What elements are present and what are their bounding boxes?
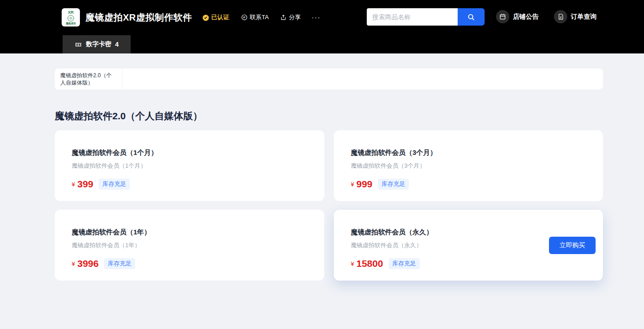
- product-subtitle: 魔镜虚拍软件会员（1年）: [72, 241, 307, 249]
- stock-badge: 库存充足: [389, 258, 420, 269]
- product-card[interactable]: 魔镜虚拍软件会员（3个月） 魔镜虚拍软件会员（3个月） ¥ 999 库存充足: [334, 130, 603, 201]
- product-card[interactable]: 魔镜虚拍软件会员（永久） 魔镜虚拍软件会员（永久） ¥ 15800 库存充足 立…: [334, 210, 603, 281]
- calendar-icon: [499, 13, 506, 20]
- product-card[interactable]: 魔镜虚拍软件会员（1年） 魔镜虚拍软件会员（1年） ¥ 3996 库存充足: [55, 210, 324, 281]
- product-subtitle: 魔镜虚拍软件会员（3个月）: [351, 162, 586, 170]
- category-bar: 魔镜虚拍软件2.0（个人自媒体版）: [55, 69, 603, 90]
- stock-badge: 库存充足: [104, 258, 135, 269]
- verified-badge: 已认证: [202, 13, 229, 21]
- price-row: ¥ 399 库存充足: [72, 179, 307, 190]
- tab-digital-cards-count: 4: [115, 41, 119, 48]
- verified-label: 已认证: [211, 13, 229, 21]
- search-bar: [367, 8, 485, 26]
- price-row: ¥ 999 库存充足: [351, 179, 586, 190]
- currency-symbol: ¥: [72, 181, 75, 188]
- order-query-button[interactable]: 订单查询: [554, 10, 596, 23]
- contact-link[interactable]: 联系TA: [241, 13, 269, 21]
- ticket-icon: [74, 41, 82, 48]
- verified-seal-icon: [202, 14, 209, 21]
- store-header: XR ◎ 魔镜虚拍 魔镜虚拍XR虚拟制作软件 已认证 联系TA 分享 ···: [0, 0, 644, 53]
- price-row: ¥ 3996 库存充足: [72, 258, 307, 269]
- tab-digital-cards-label: 数字卡密: [86, 40, 111, 48]
- main-container: 魔镜虚拍软件2.0（个人自媒体版） 魔镜虚拍软件2.0（个人自媒体版） 魔镜虚拍…: [55, 69, 603, 281]
- store-logo-emblem-icon: ◎: [68, 15, 74, 21]
- share-link[interactable]: 分享: [280, 13, 301, 21]
- product-price: 999: [356, 179, 372, 190]
- product-title: 魔镜虚拍软件会员（1个月）: [72, 149, 307, 157]
- search-input[interactable]: [367, 8, 458, 26]
- page-title: 魔镜虚拍软件2.0（个人自媒体版）: [55, 110, 603, 122]
- product-title: 魔镜虚拍软件会员（永久）: [351, 228, 586, 237]
- price-row: ¥ 15800 库存充足: [351, 258, 586, 269]
- announcement-circle: [496, 10, 509, 23]
- currency-symbol: ¥: [351, 260, 354, 267]
- product-grid: 魔镜虚拍软件会员（1个月） 魔镜虚拍软件会员（1个月） ¥ 399 库存充足 魔…: [55, 130, 603, 281]
- currency-symbol: ¥: [72, 260, 75, 267]
- search-icon: [467, 13, 475, 21]
- product-title: 魔镜虚拍软件会员（1年）: [72, 228, 307, 237]
- product-price: 15800: [356, 258, 383, 269]
- product-card[interactable]: 魔镜虚拍软件会员（1个月） 魔镜虚拍软件会员（1个月） ¥ 399 库存充足: [55, 130, 324, 201]
- document-icon: [558, 13, 564, 20]
- buy-now-button[interactable]: 立即购买: [549, 237, 596, 254]
- store-logo-text: XR: [68, 11, 74, 15]
- store-announcement-button[interactable]: 店铺公告: [496, 10, 538, 23]
- store-logo: XR ◎ 魔镜虚拍: [62, 8, 80, 27]
- header-actions: 店铺公告 订单查询: [496, 10, 596, 23]
- share-icon: [280, 14, 286, 21]
- product-title: 魔镜虚拍软件会员（3个月）: [351, 149, 586, 157]
- search-button[interactable]: [458, 8, 485, 26]
- tab-digital-cards[interactable]: 数字卡密 4: [63, 35, 131, 53]
- store-title: 魔镜虚拍XR虚拟制作软件: [85, 11, 192, 24]
- announcement-label: 店铺公告: [513, 13, 538, 21]
- category-tab-selected[interactable]: 魔镜虚拍软件2.0（个人自媒体版）: [55, 69, 122, 90]
- product-subtitle: 魔镜虚拍软件会员（1个月）: [72, 162, 307, 170]
- product-price: 3996: [77, 258, 99, 269]
- order-query-label: 订单查询: [571, 13, 596, 21]
- share-label: 分享: [289, 13, 301, 21]
- order-query-circle: [554, 10, 567, 23]
- stock-badge: 库存充足: [378, 179, 409, 190]
- store-logo-subtext: 魔镜虚拍: [66, 22, 76, 24]
- currency-symbol: ¥: [351, 181, 354, 188]
- contact-label: 联系TA: [250, 13, 269, 21]
- chat-icon: [241, 14, 248, 21]
- more-menu-icon[interactable]: ···: [311, 14, 321, 21]
- stock-badge: 库存充足: [99, 179, 130, 190]
- product-price: 399: [77, 179, 93, 190]
